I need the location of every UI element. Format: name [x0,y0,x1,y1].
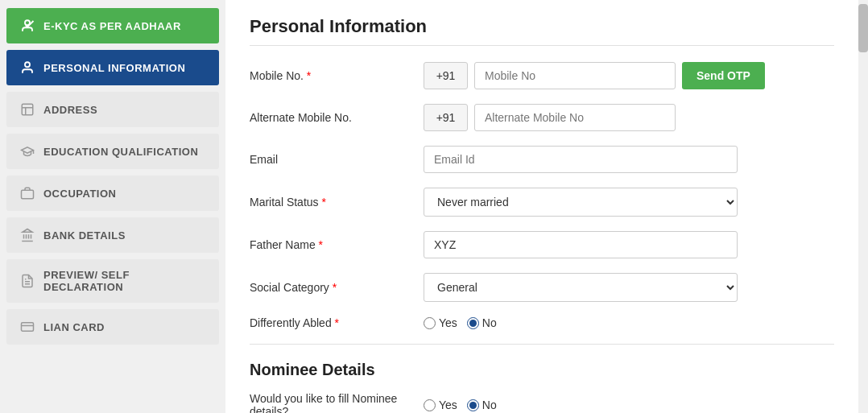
address-label: ADDRESS [43,104,97,116]
alt-mobile-prefix: +91 [424,104,468,131]
nominee-controls: Yes No [424,399,834,411]
marital-select[interactable]: Never married Married Divorced Widowed [424,188,738,217]
mobile-prefix: +91 [424,62,468,89]
occupation-icon [19,185,35,201]
lian-label: LIAN CARD [43,321,105,333]
alt-mobile-row: Alternate Mobile No. +91 [250,104,834,131]
social-row: Social Category * General OBC SC ST [250,273,834,302]
nominee-no-radio[interactable] [467,399,479,411]
nominee-radio-group: Yes No [424,399,497,411]
social-controls: General OBC SC ST [424,273,834,302]
ekyc-label: E-KYC AS PER AADHAAR [43,20,181,32]
sidebar: E-KYC AS PER AADHAAR PERSONAL INFORMATIO… [0,0,225,413]
occupation-label: OCCUPATION [43,188,116,200]
bank-icon [19,227,35,243]
differently-abled-label: Differently Abled * [250,316,411,329]
nominee-no-label[interactable]: No [467,399,497,411]
marital-label: Marital Status * [250,196,411,209]
email-input[interactable] [424,146,738,173]
mobile-input[interactable] [474,62,676,89]
marital-controls: Never married Married Divorced Widowed [424,188,834,217]
nominee-yes-radio[interactable] [424,399,436,411]
lian-icon [19,319,35,335]
sidebar-item-occupation[interactable]: OCCUPATION [6,176,219,211]
preview-icon [19,273,35,289]
scrollbar[interactable] [858,0,868,413]
svg-point-1 [25,62,30,67]
sidebar-item-ekyc[interactable]: E-KYC AS PER AADHAAR [6,8,219,43]
bank-label: BANK DETAILS [43,229,126,242]
education-label: EDUCATION QUALIFICATION [43,146,198,158]
differently-abled-no-radio[interactable] [467,317,479,329]
email-row: Email [250,146,834,173]
father-input[interactable] [424,231,738,258]
nominee-question-label: Would you like to fill Nominee details? [250,392,411,413]
scrollbar-thumb[interactable] [858,4,868,52]
father-controls [424,231,834,258]
ekyc-icon [19,18,35,34]
differently-abled-yes-radio[interactable] [424,317,436,329]
sidebar-item-personal[interactable]: PERSONAL INFORMATION [6,50,219,85]
alt-mobile-input[interactable] [474,104,676,131]
nominee-row: Would you like to fill Nominee details? … [250,392,834,413]
alt-mobile-controls: +91 [424,104,834,131]
differently-abled-controls: Yes No [424,316,834,329]
differently-abled-row: Differently Abled * Yes No [250,316,834,329]
svg-rect-3 [22,190,34,199]
sidebar-item-address[interactable]: ADDRESS [6,92,219,127]
mobile-controls: +91 Send OTP [424,62,834,89]
personal-label: PERSONAL INFORMATION [43,62,185,74]
marital-row: Marital Status * Never married Married D… [250,188,834,217]
personal-icon [19,60,35,76]
sidebar-item-lian[interactable]: LIAN CARD [6,309,219,345]
differently-abled-yes-label[interactable]: Yes [424,316,457,329]
preview-label: PREVIEW/ SELF DECLARATION [43,269,206,293]
sidebar-item-education[interactable]: EDUCATION QUALIFICATION [6,134,219,169]
education-icon [19,143,35,159]
email-label: Email [250,153,411,166]
svg-marker-9 [23,229,32,233]
nominee-section-title: Nominee Details [250,361,834,379]
svg-rect-12 [22,323,34,332]
section-divider [250,344,834,345]
page-title: Personal Information [250,16,834,46]
differently-abled-radio-group: Yes No [424,316,497,329]
social-select[interactable]: General OBC SC ST [424,273,738,302]
mobile-row: Mobile No. * +91 Send OTP [250,62,834,89]
sidebar-item-bank[interactable]: BANK DETAILS [6,217,219,253]
svg-rect-2 [22,104,33,115]
alt-mobile-label: Alternate Mobile No. [250,111,411,124]
social-label: Social Category * [250,281,411,294]
address-icon [19,101,35,118]
send-otp-button[interactable]: Send OTP [682,62,765,89]
email-controls [424,146,834,173]
main-content: Personal Information Mobile No. * +91 Se… [225,0,858,413]
father-label: Father Name * [250,238,411,251]
sidebar-item-preview[interactable]: PREVIEW/ SELF DECLARATION [6,259,219,303]
mobile-label: Mobile No. * [250,69,411,82]
differently-abled-no-label[interactable]: No [467,316,497,329]
nominee-yes-label[interactable]: Yes [424,399,457,411]
father-row: Father Name * [250,231,834,258]
